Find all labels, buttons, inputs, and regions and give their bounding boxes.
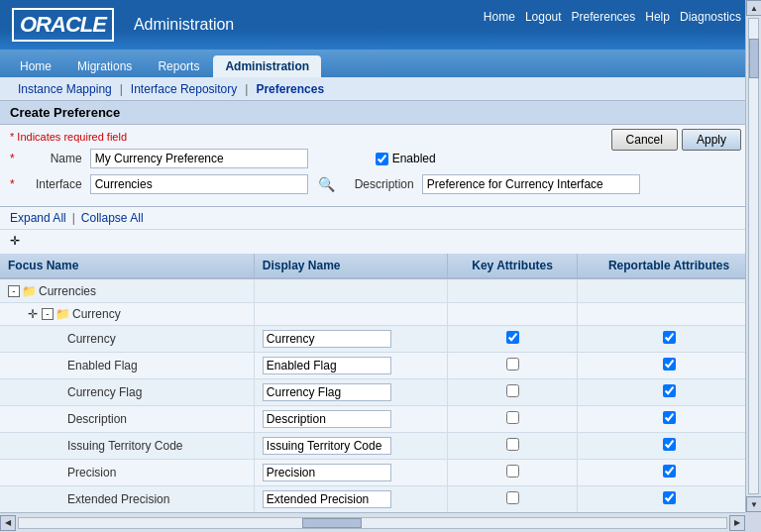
vscroll-thumb[interactable] [749,39,759,78]
horizontal-scrollbar: ◀ ▶ [0,512,745,532]
interface-input[interactable] [90,174,308,194]
field-label: Enabled Flag [8,359,138,372]
nav-diagnostics[interactable]: Diagnostics [680,10,741,24]
focus-name-cell: ✛ - 📁 Currency [0,303,254,326]
tab-administration[interactable]: Administration [213,55,321,77]
move-icon-row: ✛ [0,230,761,254]
reportable-attr-checkbox[interactable] [663,491,676,504]
key-attr-checkbox[interactable] [506,491,519,504]
field-label: Issuing Territory Code [8,439,183,453]
reportable-attr-checkbox[interactable] [663,438,676,451]
display-name-cell [254,353,447,379]
focus-name-cell: Enabled Flag [0,353,254,379]
display-name-cell [254,326,447,353]
col-focus-name: Focus Name [0,254,254,278]
key-attr-checkbox[interactable] [506,384,519,397]
scroll-right-btn[interactable]: ▶ [729,515,745,531]
move-icon[interactable]: ✛ [10,234,26,250]
key-attr-checkbox[interactable] [506,331,519,344]
scroll-left-btn[interactable]: ◀ [0,515,16,531]
table-row: Description [0,406,761,433]
scroll-up-btn[interactable]: ▲ [746,0,761,16]
nav-help[interactable]: Help [645,10,670,24]
action-buttons: Cancel Apply [611,125,741,151]
focus-name-cell: Issuing Territory Code [0,433,254,460]
group-label: Currencies [39,284,96,298]
focus-name-cell: Extended Precision [0,486,254,513]
tab-migrations[interactable]: Migrations [65,55,144,77]
display-name-input[interactable] [263,383,391,401]
vertical-scrollbar: ▲ ▼ [745,0,761,512]
tree-collapse-icon[interactable]: - [42,308,54,320]
reportable-attr-checkbox[interactable] [663,331,676,344]
reportable-attr-cell [578,278,761,303]
enabled-checkbox[interactable] [376,153,388,165]
key-attr-cell [448,353,578,379]
tab-bar: Home Migrations Reports Administration [0,50,761,77]
col-key-attributes: Key Attributes [448,254,578,278]
subnav-interface-repository[interactable]: Interface Repository [123,82,245,96]
scroll-thumb[interactable] [302,518,362,528]
cancel-button[interactable]: Cancel [611,129,678,151]
key-attr-cell [448,326,578,353]
key-attr-cell [448,303,578,326]
form-container: * Indicates required field Cancel Apply … [0,125,761,207]
reportable-attr-checkbox[interactable] [663,384,676,397]
reportable-attr-checkbox[interactable] [663,358,676,371]
focus-name-cell: Currency [0,326,254,353]
focus-name-cell: Description [0,406,254,433]
reportable-attr-cell [578,460,761,486]
display-name-cell [254,433,447,460]
key-attr-checkbox[interactable] [506,411,519,424]
name-input[interactable] [90,149,308,168]
field-label: Description [8,412,127,426]
focus-name-cell: - 📁 Currencies [0,278,254,303]
scroll-track[interactable] [18,517,727,529]
interface-required-star: * [10,177,15,191]
display-name-input[interactable] [263,464,391,481]
nav-preferences[interactable]: Preferences [572,10,636,24]
tab-reports[interactable]: Reports [146,55,211,77]
focus-name-cell: Currency Flag [0,379,254,406]
scroll-down-btn[interactable]: ▼ [746,496,761,512]
enabled-label: Enabled [392,152,436,165]
name-label: Name [23,152,82,165]
description-label: Description [355,177,414,191]
table-row: ✛ - 📁 Currency [0,303,761,326]
display-name-cell [254,406,447,433]
nav-logout[interactable]: Logout [525,10,562,24]
reportable-attr-cell [578,379,761,406]
display-name-input[interactable] [263,490,391,508]
expand-sep: | [72,211,75,225]
subnav-preferences[interactable]: Preferences [248,82,332,96]
oracle-logo: ORACLE [12,8,114,42]
key-attr-cell [448,486,578,513]
nav-home[interactable]: Home [484,10,515,24]
reportable-attr-checkbox[interactable] [663,465,676,478]
key-attr-checkbox[interactable] [506,438,519,451]
reportable-attr-cell [578,486,761,513]
tab-home[interactable]: Home [8,55,63,77]
apply-button[interactable]: Apply [682,129,741,151]
subnav-instance-mapping[interactable]: Instance Mapping [10,82,120,96]
header-nav: Home Logout Preferences Help Diagnostics [484,10,741,24]
description-input[interactable] [422,174,640,194]
display-name-cell [254,303,447,326]
reportable-attr-cell [578,433,761,460]
display-name-input[interactable] [263,357,391,374]
interface-search-button[interactable]: 🔍 [316,176,337,192]
key-attr-checkbox[interactable] [506,358,519,371]
key-attr-checkbox[interactable] [506,465,519,478]
name-row: * Name Enabled [10,149,751,168]
app-header: ORACLE Administration Home Logout Prefer… [0,0,761,50]
subgroup-label: Currency [72,307,121,321]
display-name-input[interactable] [263,410,391,428]
expand-all-link[interactable]: Expand All [10,211,66,225]
collapse-all-link[interactable]: Collapse All [81,211,144,225]
display-name-input[interactable] [263,437,391,455]
move-row-icon[interactable]: ✛ [28,307,38,321]
tree-collapse-icon[interactable]: - [8,285,20,297]
display-name-input[interactable] [263,330,391,348]
vscroll-track[interactable] [748,18,759,494]
reportable-attr-checkbox[interactable] [663,411,676,424]
